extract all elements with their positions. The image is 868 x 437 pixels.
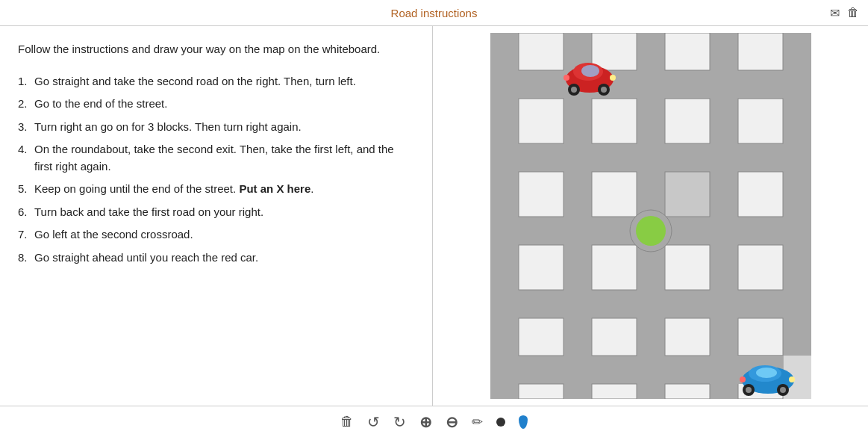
svg-rect-18: [738, 99, 783, 143]
title-bar: Road instructions ✉ 🗑: [0, 0, 868, 26]
drop-tool[interactable]: [519, 415, 528, 429]
item-num: 1.: [18, 73, 34, 90]
svg-rect-6: [490, 33, 519, 399]
trash-icon[interactable]: 🗑: [340, 414, 354, 430]
svg-rect-28: [592, 318, 637, 356]
svg-rect-33: [665, 384, 710, 399]
svg-rect-12: [592, 33, 637, 70]
svg-rect-11: [519, 33, 563, 70]
svg-rect-32: [592, 384, 637, 399]
svg-rect-10: [783, 33, 811, 399]
instructions-panel: Follow the instructions and draw your wa…: [0, 26, 433, 406]
svg-rect-22: [738, 172, 783, 217]
svg-point-56: [740, 376, 746, 382]
svg-point-55: [789, 376, 795, 382]
undo-icon[interactable]: ↺: [367, 413, 380, 431]
item-text: Go left at the second crossroad.: [34, 226, 193, 244]
instructions-list: 1. Go straight and take the second road …: [18, 73, 414, 267]
item-text: On the roundabout, take the second exit.…: [34, 141, 414, 175]
svg-rect-19: [519, 172, 563, 217]
intro-text: Follow the instructions and draw your wa…: [18, 41, 414, 58]
svg-rect-25: [665, 245, 710, 290]
item-text: Go straight ahead until you reach the re…: [34, 250, 258, 267]
svg-rect-21: [665, 172, 710, 217]
svg-point-54: [780, 387, 786, 393]
page-title: Road instructions: [391, 7, 478, 19]
svg-point-41: [581, 65, 599, 77]
list-item: 8. Go straight ahead until you reach the…: [18, 250, 414, 267]
list-item: 1. Go straight and take the second road …: [18, 73, 414, 90]
title-actions: ✉ 🗑: [830, 6, 859, 20]
svg-rect-14: [738, 33, 783, 70]
svg-rect-26: [738, 245, 783, 290]
item-text: Turn back and take the first road on you…: [34, 204, 263, 221]
item-num: 4.: [18, 141, 34, 175]
item-num: 3.: [18, 119, 34, 136]
zoom-out-icon[interactable]: ⊖: [446, 413, 458, 431]
svg-point-46: [610, 75, 616, 81]
svg-rect-16: [592, 99, 637, 143]
item-text: Go straight and take the second road on …: [34, 73, 356, 90]
item-text: Turn right an go on for 3 blocks. Then t…: [34, 119, 302, 136]
svg-rect-30: [738, 318, 783, 356]
svg-rect-31: [519, 384, 563, 399]
main-content: Follow the instructions and draw your wa…: [0, 26, 868, 406]
list-item: 2. Go to the end of the street.: [18, 96, 414, 113]
item-num: 2.: [18, 96, 34, 113]
item-num: 7.: [18, 226, 34, 244]
map-svg[interactable]: [490, 33, 811, 399]
item-num: 5.: [18, 181, 34, 198]
svg-rect-29: [665, 318, 710, 356]
svg-rect-13: [665, 33, 710, 70]
svg-rect-20: [592, 172, 637, 217]
delete-icon[interactable]: 🗑: [847, 6, 859, 19]
list-item: 5. Keep on going until the end of the st…: [18, 181, 414, 198]
item-text: Keep on going until the end of the stree…: [34, 181, 313, 198]
toolbar: 🗑 ↺ ↻ ⊕ ⊖ ✏: [0, 406, 868, 437]
map-panel: [433, 26, 868, 406]
svg-rect-27: [519, 318, 563, 356]
dot-tool[interactable]: [496, 418, 505, 427]
list-item: 3. Turn right an go on for 3 blocks. The…: [18, 119, 414, 136]
list-item: 6. Turn back and take the first road on …: [18, 204, 414, 221]
svg-rect-17: [665, 99, 710, 143]
svg-rect-24: [592, 245, 637, 290]
item-num: 6.: [18, 204, 34, 221]
pencil-icon[interactable]: ✏: [472, 414, 483, 430]
svg-point-35: [636, 216, 666, 246]
svg-point-43: [571, 87, 577, 93]
redo-icon[interactable]: ↻: [393, 413, 406, 431]
svg-point-50: [756, 368, 777, 378]
item-text: Go to the end of the street.: [34, 96, 167, 113]
email-icon[interactable]: ✉: [830, 6, 840, 20]
list-item: 4. On the roundabout, take the second ex…: [18, 141, 414, 175]
svg-point-47: [563, 75, 569, 81]
list-item: 7. Go left at the second crossroad.: [18, 226, 414, 244]
bold-text: Put an X here: [239, 182, 310, 195]
svg-rect-23: [519, 245, 563, 290]
item-num: 8.: [18, 250, 34, 267]
svg-point-45: [601, 87, 607, 93]
svg-rect-9: [710, 33, 738, 399]
svg-point-52: [746, 387, 752, 393]
zoom-in-icon[interactable]: ⊕: [419, 413, 432, 431]
svg-rect-15: [519, 99, 563, 143]
